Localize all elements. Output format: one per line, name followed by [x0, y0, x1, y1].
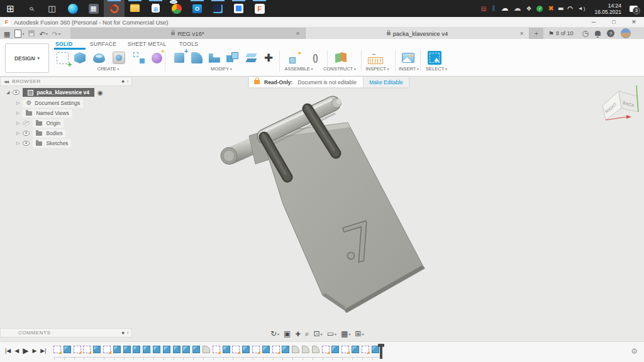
- timeline-feature-sketch[interactable]: [322, 346, 330, 353]
- tray-avast-icon[interactable]: [548, 5, 553, 12]
- activate-component-icon[interactable]: ◉: [97, 89, 103, 96]
- tray-wifi-icon[interactable]: [567, 6, 573, 12]
- taskbar-calculator-icon[interactable]: [83, 0, 104, 17]
- timeline-feature-sketch[interactable]: [103, 346, 111, 353]
- taskbar-teams-icon[interactable]: [208, 0, 228, 17]
- browser-root-row[interactable]: ◢ packa_klavesnice v4 ◉: [6, 88, 103, 97]
- revolve-button[interactable]: [91, 50, 107, 66]
- timeline-go-to-end-button[interactable]: [40, 348, 46, 354]
- timeline-feature-sketch[interactable]: [232, 346, 240, 353]
- pan-icon[interactable]: [295, 331, 300, 337]
- timeline-feature-sketch[interactable]: [252, 346, 260, 353]
- timeline-feature-extrude[interactable]: [282, 346, 289, 353]
- timeline-feature-fillet[interactable]: [312, 346, 319, 353]
- timeline-feature-extrude[interactable]: [173, 346, 180, 353]
- new-tab-button[interactable]: +: [530, 28, 543, 39]
- browser-item-named-views[interactable]: ▷ Named Views: [16, 109, 72, 118]
- taskbar-task-view-icon[interactable]: [42, 0, 62, 17]
- panel-options-icon[interactable]: ●: [121, 330, 125, 336]
- timeline-feature-extrude[interactable]: [262, 346, 270, 353]
- visibility-eye-icon[interactable]: [23, 141, 30, 146]
- move-button[interactable]: [260, 50, 277, 66]
- browser-item-origin[interactable]: ▷ Origin: [16, 119, 64, 128]
- viewport-canvas[interactable]: Read-Only: Document is not editable Make…: [0, 77, 644, 341]
- dropdown-caret-icon[interactable]: ▾: [46, 31, 48, 36]
- taskbar-ms-store-icon[interactable]: [145, 0, 166, 17]
- timeline-feature-extrude[interactable]: [192, 346, 200, 353]
- expand-triangle-icon[interactable]: ◢: [6, 90, 9, 95]
- grid-icon[interactable]: [341, 329, 350, 338]
- timeline-feature-extrude[interactable]: [182, 346, 190, 353]
- timeline-feature-sketch[interactable]: [213, 346, 220, 353]
- model-3d-keyboard-foot[interactable]: 7: [189, 88, 472, 327]
- file-button[interactable]: ▾: [13, 30, 25, 38]
- recent-documents-icon[interactable]: ◷: [582, 30, 589, 37]
- visibility-eye-icon[interactable]: [23, 131, 30, 136]
- minimize-button[interactable]: ─: [584, 19, 604, 25]
- dropdown-caret-icon[interactable]: ▾: [22, 31, 24, 36]
- taskbar-search-icon[interactable]: [21, 0, 42, 17]
- group-insert[interactable]: INSERT: [395, 66, 423, 72]
- tray-bluetooth-icon[interactable]: [492, 5, 496, 12]
- timeline-feature-extrude[interactable]: [242, 346, 250, 353]
- redo-icon[interactable]: [52, 28, 58, 39]
- taskbar-start-icon[interactable]: [0, 0, 21, 17]
- undo-button[interactable]: ▾: [38, 28, 48, 39]
- timeline-feature-extrude[interactable]: [331, 346, 339, 353]
- group-select[interactable]: SELECT: [423, 66, 450, 72]
- make-editable-button[interactable]: Make Editable: [363, 77, 409, 87]
- group-inspect[interactable]: INSPECT: [362, 66, 392, 72]
- zoom-icon[interactable]: [305, 329, 309, 338]
- timeline-step-back-button[interactable]: [14, 348, 19, 354]
- timeline-feature-extrude[interactable]: [64, 346, 71, 353]
- expand-arrow-icon[interactable]: ▷: [16, 131, 19, 136]
- panel-resize-icon[interactable]: ›: [127, 79, 129, 84]
- panel-options-icon[interactable]: ●: [121, 79, 125, 84]
- timeline-feature-fillet[interactable]: [292, 346, 299, 353]
- taskbar-zoom-icon[interactable]: [228, 0, 249, 17]
- taskbar-chrome-icon[interactable]: [166, 0, 187, 17]
- timeline-feature-fillet[interactable]: [203, 346, 210, 353]
- browser-item-sketches[interactable]: ▷ Sketches: [16, 139, 71, 148]
- new-component-button[interactable]: [287, 50, 303, 66]
- taskbar-file-explorer-icon[interactable]: [125, 0, 145, 17]
- expand-arrow-icon[interactable]: ▷: [16, 141, 19, 146]
- hole-button[interactable]: [111, 50, 127, 66]
- taskbar-capture-app-icon[interactable]: [104, 0, 125, 17]
- timeline-feature-extrude[interactable]: [223, 346, 230, 353]
- look-at-icon[interactable]: [284, 329, 291, 338]
- notification-center-icon[interactable]: 3: [625, 6, 641, 12]
- timeline-feature-sketch[interactable]: [341, 346, 349, 353]
- timeline-feature-extrude[interactable]: [123, 346, 131, 353]
- combine-button[interactable]: [224, 50, 240, 66]
- taskbar-outlook-icon[interactable]: [187, 0, 208, 17]
- expand-arrow-icon[interactable]: ▷: [16, 101, 19, 106]
- browser-item-document-settings[interactable]: ▷ ⚙ Document Settings: [16, 99, 83, 107]
- panel-resize-icon[interactable]: ›: [127, 330, 129, 336]
- redo-button[interactable]: ▾: [51, 28, 62, 39]
- shell-button[interactable]: [206, 50, 223, 66]
- notifications-bell-icon[interactable]: [595, 31, 601, 36]
- create-form-button[interactable]: [148, 50, 165, 66]
- timeline-feature-sketch[interactable]: [53, 346, 61, 353]
- close-button[interactable]: ✕: [624, 19, 644, 25]
- create-sketch-button[interactable]: [54, 50, 70, 66]
- tray-volume-icon[interactable]: [578, 5, 586, 12]
- tab-reg-v16[interactable]: REG v16* ✕: [70, 28, 306, 39]
- dropdown-caret-icon[interactable]: ▾: [58, 31, 60, 36]
- save-icon[interactable]: [28, 30, 35, 36]
- timeline-step-forward-button[interactable]: [32, 348, 36, 354]
- select-button[interactable]: [426, 50, 443, 66]
- tray-onedrive-icon[interactable]: [501, 5, 508, 12]
- timeline-go-to-start-button[interactable]: [5, 348, 11, 354]
- comments-panel-header[interactable]: COMMENTS ●›: [0, 328, 132, 337]
- visibility-eye-off-icon[interactable]: [23, 121, 30, 126]
- viewports-icon[interactable]: [355, 329, 364, 338]
- save-button[interactable]: [27, 30, 36, 36]
- taskbar-clock[interactable]: 14:24 16.05.2021: [591, 3, 625, 15]
- timeline-feature-extrude[interactable]: [352, 346, 359, 353]
- timeline-feature-fillet[interactable]: [302, 346, 309, 353]
- timeline-feature-extrude[interactable]: [143, 346, 150, 353]
- tab-surface[interactable]: SURFACE: [90, 41, 116, 47]
- timeline-feature-extrude[interactable]: [163, 346, 170, 353]
